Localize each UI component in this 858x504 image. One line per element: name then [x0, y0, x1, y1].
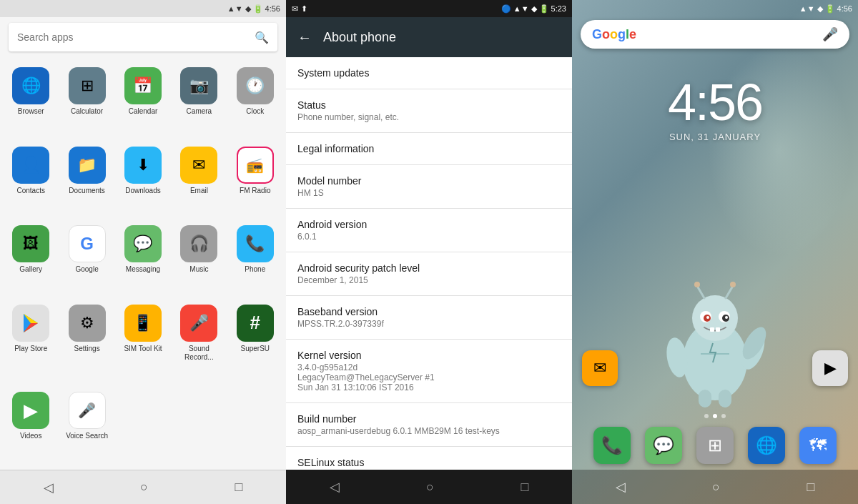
recents-button[interactable]: □: [807, 480, 814, 495]
about-item-4[interactable]: Android version6.0.1: [286, 209, 572, 252]
about-item-5[interactable]: Android security patch levelDecember 1, …: [286, 252, 572, 296]
about-item-subtitle: MPSS.TR.2.0-397339f: [297, 319, 561, 329]
about-item-6[interactable]: Baseband versionMPSS.TR.2.0-397339f: [286, 296, 572, 340]
about-item-2[interactable]: Legal information: [286, 133, 572, 165]
home-button[interactable]: ○: [712, 480, 720, 495]
about-item-8[interactable]: Build numberaosp_armani-userdebug 6.0.1 …: [286, 403, 572, 447]
app-item-downloads[interactable]: ⬇Downloads: [117, 142, 169, 219]
recents-button[interactable]: □: [521, 480, 528, 495]
page-dot-1: [704, 414, 709, 418]
home-button[interactable]: ○: [426, 480, 434, 495]
app-icon-phone: 📞: [237, 225, 274, 262]
about-item-title: Kernel version: [297, 350, 561, 361]
dock-icon-messages[interactable]: 💬: [645, 427, 682, 464]
app-icon-voicesearch: 🎤: [69, 392, 106, 429]
svg-rect-22: [719, 390, 731, 407]
app-label-downloads: Downloads: [125, 187, 160, 195]
app-icon-soundrecorder: 🎤: [180, 305, 217, 342]
page-indicators: [572, 411, 858, 421]
svg-rect-16: [710, 327, 714, 332]
app-item-email[interactable]: ✉Email: [172, 142, 225, 219]
app-icon-email: ✉: [180, 147, 217, 184]
svg-point-14: [706, 316, 709, 319]
app-item-contacts[interactable]: 👤Contacts: [4, 142, 57, 219]
wifi-icon: ◆: [531, 4, 537, 14]
dock-bar: 📞💬⊞🌐🗺: [572, 421, 858, 470]
app-item-playstore[interactable]: Play Store: [4, 300, 57, 385]
notification-icons: ✉ ⬆: [292, 4, 307, 14]
search-icon: 🔍: [255, 31, 269, 44]
about-item-9[interactable]: SELinux statusEnforcing: [286, 447, 572, 470]
about-item-0[interactable]: System updates: [286, 57, 572, 89]
about-item-title: System updates: [297, 67, 561, 79]
app-item-calculator[interactable]: ⊞Calculator: [60, 63, 113, 139]
clock-widget: 4:56 SUN, 31 JANUARY: [572, 51, 858, 149]
voice-search-icon[interactable]: 🎤: [822, 26, 838, 42]
about-item-subtitle: 3.4.0-g595a12d LegacyTeam@TheLegacyServe…: [297, 362, 561, 392]
app-item-documents[interactable]: 📁Documents: [60, 142, 113, 219]
app-item-music[interactable]: 🎧Music: [172, 221, 225, 297]
about-item-7[interactable]: Kernel version3.4.0-g595a12d LegacyTeam@…: [286, 340, 572, 403]
home-screen-panel: ▲▼ ◆ 🔋 4:56 Google 🎤 4:56 SUN, 31 JANUAR…: [572, 0, 858, 504]
google-search-bar[interactable]: Google 🎤: [581, 20, 849, 49]
page-dot-3: [721, 414, 726, 418]
about-item-subtitle: 6.0.1: [297, 232, 561, 242]
playstore-widget[interactable]: ▶: [812, 350, 848, 386]
app-item-browser[interactable]: 🌐Browser: [4, 63, 57, 139]
search-input[interactable]: [17, 31, 255, 43]
back-button[interactable]: ◁: [616, 479, 626, 495]
svg-point-15: [725, 316, 728, 319]
app-item-videos[interactable]: ▶Videos: [4, 387, 57, 464]
app-icon-fmradio: 📻: [237, 147, 274, 184]
app-item-google[interactable]: GGoogle: [60, 221, 113, 297]
time-display: 4:56: [265, 4, 280, 13]
app-grid: 🌐Browser⊞Calculator📅Calendar📷Camera🕐Cloc…: [0, 57, 286, 470]
app-item-camera[interactable]: 📷Camera: [172, 63, 225, 139]
app-label-email: Email: [190, 187, 208, 195]
recents-button[interactable]: □: [235, 480, 242, 495]
app-item-messaging[interactable]: 💬Messaging: [117, 221, 169, 297]
app-label-fmradio: FM Radio: [240, 187, 270, 195]
app-item-voicesearch[interactable]: 🎤Voice Search: [60, 387, 113, 464]
about-item-3[interactable]: Model numberHM 1S: [286, 165, 572, 209]
wifi-icon: ◆: [245, 4, 251, 14]
app-label-gallery: Gallery: [19, 265, 42, 274]
message-icon: ✉: [292, 4, 298, 14]
status-icons-home: ▲▼ ◆ 🔋 4:56: [799, 4, 852, 14]
status-icons: ▲▼ ◆ 🔋 4:56: [227, 4, 280, 14]
navigation-bar: ◁ ○ □: [0, 470, 286, 504]
dock-icon-phone[interactable]: 📞: [593, 427, 631, 464]
app-item-soundrecorder[interactable]: 🎤Sound Record...: [172, 300, 225, 385]
app-item-gallery[interactable]: 🖼Gallery: [4, 221, 57, 297]
dock-icon-browser[interactable]: 🌐: [748, 427, 785, 464]
svg-point-9: [730, 282, 736, 287]
app-search-bar[interactable]: 🔍: [9, 23, 277, 51]
app-item-simtoolkit[interactable]: 📱SIM Tool Kit: [117, 300, 169, 385]
about-item-title: Status: [297, 99, 561, 111]
back-button[interactable]: ◁: [44, 480, 54, 495]
about-item-subtitle: Phone number, signal, etc.: [297, 112, 561, 122]
app-item-settings[interactable]: ⚙Settings: [60, 300, 113, 385]
about-item-title: Build number: [297, 413, 561, 425]
app-item-fmradio[interactable]: 📻FM Radio: [229, 142, 282, 219]
app-label-calculator: Calculator: [71, 107, 103, 116]
app-label-supersu: SuperSU: [241, 345, 270, 353]
about-phone-panel: ✉ ⬆ 🔵 ▲▼ ◆ 🔋 5:23 ← About phone System u…: [286, 0, 572, 504]
app-label-music: Music: [189, 265, 208, 274]
email-widget[interactable]: ✉: [582, 350, 618, 386]
app-item-phone[interactable]: 📞Phone: [229, 221, 282, 297]
app-item-supersu[interactable]: #SuperSU: [229, 300, 282, 385]
about-item-1[interactable]: StatusPhone number, signal, etc.: [286, 89, 572, 133]
app-item-clock[interactable]: 🕐Clock: [229, 63, 282, 139]
back-button[interactable]: ◁: [330, 479, 340, 495]
app-label-videos: Videos: [20, 432, 41, 440]
back-arrow-button[interactable]: ←: [297, 29, 312, 46]
home-button[interactable]: ○: [140, 480, 148, 495]
app-label-messaging: Messaging: [126, 265, 160, 274]
dock-icon-apps[interactable]: ⊞: [696, 427, 734, 464]
signal-icon: ▲▼: [799, 4, 815, 13]
app-item-calendar[interactable]: 📅Calendar: [117, 63, 169, 139]
dock-icon-maps[interactable]: 🗺: [799, 427, 837, 464]
page-dot-2: [713, 414, 717, 418]
wifi-icon: ◆: [817, 4, 823, 14]
